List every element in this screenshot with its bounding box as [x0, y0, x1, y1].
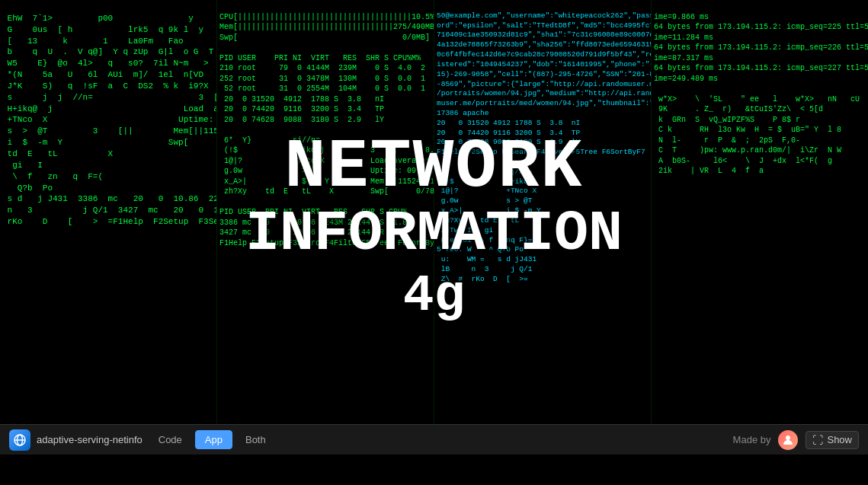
made-by-label: Made by: [733, 434, 771, 445]
show-button-label: Show: [827, 434, 852, 445]
tab-app-button[interactable]: App: [195, 430, 232, 449]
app-icon: [9, 429, 30, 451]
tab-both-button[interactable]: Both: [235, 430, 276, 449]
show-icon: ⛶: [812, 434, 823, 446]
terminal-col-3: 50@example.com","username":"whitepeacock…: [434, 0, 651, 424]
terminal-col-4: ime=9.866 ms 64 bytes from 173.194.115.2…: [651, 0, 868, 424]
show-button[interactable]: ⛶ Show: [806, 431, 859, 449]
tab-buttons-group: Code App Both: [149, 430, 276, 449]
bottom-right-section: Made by ⛶ Show: [733, 430, 859, 450]
bottom-bar: adaptive-serving-netinfo Code App Both M…: [0, 424, 868, 455]
app-name-label: adaptive-serving-netinfo: [37, 434, 143, 445]
terminal-background: EhW 7`1> p00 y hC k [h0 ( 9 z l G 0us [ …: [0, 0, 868, 455]
bottom-left-section: adaptive-serving-netinfo Code App Both: [9, 429, 276, 451]
tab-code-button[interactable]: Code: [149, 430, 192, 449]
terminal-col-1: EhW 7`1> p00 y hC k [h0 ( 9 z l G 0us [ …: [0, 0, 216, 424]
avatar: [778, 430, 798, 450]
svg-point-3: [786, 436, 790, 440]
terminal-col-2: CPU[||||||||||||||||||||||||||||||||||||…: [216, 0, 434, 424]
